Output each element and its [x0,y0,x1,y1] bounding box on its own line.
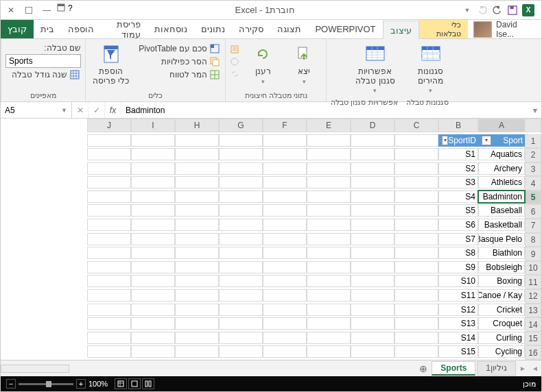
cell-J11[interactable] [87,275,131,287]
cell-G9[interactable] [219,247,263,259]
open-browser-icon[interactable] [230,57,239,66]
cell-H14[interactable] [175,317,219,330]
cell-B3[interactable]: S2 [438,162,478,175]
table-header-sport[interactable]: ▾Sport [478,134,525,147]
cell-F3[interactable] [263,162,307,175]
cell-C9[interactable] [394,247,438,259]
row-header-12[interactable]: 12 [525,289,541,304]
tab-נתונים[interactable]: נתונים [194,20,232,38]
cell-A13[interactable]: Cricket [478,304,525,316]
row-header-7[interactable]: 7 [525,219,541,233]
cell-A14[interactable]: Croquet [478,317,525,330]
cell-B8[interactable]: S7 [438,233,478,245]
cell-I3[interactable] [131,162,175,175]
col-header-I[interactable]: I [131,119,175,132]
close-icon[interactable]: ✕ [3,3,19,17]
cell-E12[interactable] [307,289,351,302]
cell-G7[interactable] [219,219,263,231]
view-layout-icon[interactable] [128,378,141,389]
cell-J12[interactable] [87,289,131,302]
cell-C15[interactable] [394,332,438,344]
cell-E13[interactable] [307,304,351,316]
cell-E11[interactable] [307,275,351,287]
redo-icon[interactable] [477,5,488,16]
undo-icon[interactable] [492,5,503,16]
cell-I5[interactable] [131,191,175,203]
cell-G13[interactable] [219,304,263,316]
resize-table-button[interactable]: שנה גודל טבלה [5,69,81,80]
chevron-down-icon[interactable]: ▼ [61,107,67,114]
row-header-14[interactable]: 14 [525,317,541,332]
row-header-16[interactable]: 16 [525,345,541,360]
export-button[interactable]: יצא▾ [286,40,322,88]
cell-B13[interactable]: S12 [438,304,478,316]
cell-H2[interactable] [175,148,219,160]
cell-F13[interactable] [263,304,307,316]
filter-icon[interactable]: ▾ [482,136,491,145]
cell-E7[interactable] [307,219,351,231]
cell-E5[interactable] [307,191,351,203]
cell-I4[interactable] [131,176,175,188]
cell-A9[interactable]: Biathlon [478,247,525,259]
cell-J8[interactable] [87,233,131,245]
row-header-6[interactable]: 6 [525,204,541,219]
ribbon-options-icon[interactable] [57,3,65,17]
view-pagebreak-icon[interactable] [142,378,154,389]
cell-J14[interactable] [87,317,131,330]
cell-B7[interactable]: S6 [438,219,478,231]
cell-I2[interactable] [131,148,175,160]
cell-F6[interactable] [263,204,307,217]
col-header-D[interactable]: D [351,119,394,132]
cell-G2[interactable] [219,148,263,160]
cell-A7[interactable]: Basketball [478,219,525,231]
cell-E14[interactable] [307,317,351,330]
cell-B6[interactable]: S5 [438,204,478,217]
cell-C12[interactable] [394,289,438,302]
cell-E3[interactable] [307,162,351,175]
table-header-sportid[interactable]: ▾SportID [438,134,478,147]
summarize-pivot-button[interactable]: סכם עם PivotTable [137,43,221,54]
maximize-icon[interactable] [21,3,36,17]
row-header-1[interactable]: 1 [525,134,541,149]
cell-I11[interactable] [131,275,175,287]
cell-H8[interactable] [175,233,219,245]
cell-J13[interactable] [87,304,131,316]
col-header-C[interactable]: C [394,119,438,132]
cell-E1[interactable] [307,134,351,147]
cell-H3[interactable] [175,162,219,175]
cell-D15[interactable] [351,332,394,344]
tab-סקירה[interactable]: סקירה [232,20,270,38]
cell-A4[interactable]: Athletics [478,176,525,188]
cell-H5[interactable] [175,191,219,203]
cell-E4[interactable] [307,176,351,188]
cell-G14[interactable] [219,317,263,330]
col-header-B[interactable]: B [438,119,478,132]
sheet-nav-next-icon[interactable]: ► [517,365,529,372]
cell-I10[interactable] [131,261,175,273]
cell-D4[interactable] [351,176,394,188]
cell-I12[interactable] [131,289,175,302]
convert-to-range-button[interactable]: המר לטווח [137,69,221,80]
cell-D8[interactable] [351,233,394,245]
cell-C10[interactable] [394,261,438,273]
sheet-tab-Sports[interactable]: Sports [432,361,475,376]
cell-A6[interactable]: Baseball [478,204,525,217]
cell-F10[interactable] [263,261,307,273]
cell-C11[interactable] [394,275,438,287]
cell-J5[interactable] [87,191,131,203]
add-sheet-button[interactable]: ⊕ [416,363,431,374]
tab-בית[interactable]: בית [34,20,61,38]
expand-formula-icon[interactable]: ▾ [529,102,541,118]
cell-I14[interactable] [131,317,175,330]
cell-C8[interactable] [394,233,438,245]
tab-POWERPIVOT[interactable]: POWERPIVOT [308,20,382,38]
cell-C14[interactable] [394,317,438,330]
cell-H7[interactable] [175,219,219,231]
cancel-formula-icon[interactable]: ✕ [72,102,89,118]
row-header-9[interactable]: 9 [525,247,541,261]
cell-J7[interactable] [87,219,131,231]
cell-I13[interactable] [131,304,175,316]
cell-A12[interactable]: Canoe / Kay [478,289,525,302]
cell-C2[interactable] [394,148,438,160]
cell-B16[interactable]: S15 [438,345,478,358]
